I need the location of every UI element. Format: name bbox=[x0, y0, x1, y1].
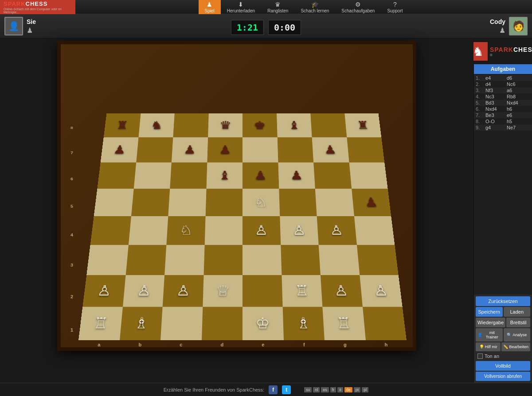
laden-button[interactable]: Laden bbox=[504, 307, 531, 317]
square-b2[interactable]: ♙ bbox=[123, 275, 165, 307]
twitter-button[interactable]: t bbox=[282, 385, 291, 394]
square-b1[interactable]: ♗ bbox=[120, 307, 163, 340]
square-d8[interactable]: ♛ bbox=[208, 113, 243, 137]
square-f2[interactable]: ♖ bbox=[282, 275, 322, 307]
mit-trainer-button[interactable]: 👤 mit Trainer bbox=[476, 328, 503, 342]
square-g1[interactable]: ♖ bbox=[322, 307, 365, 340]
move-white-1[interactable]: e4 bbox=[485, 75, 507, 81]
square-a6[interactable] bbox=[97, 163, 136, 189]
square-f3[interactable] bbox=[281, 245, 321, 275]
move-white-3[interactable]: Nf3 bbox=[485, 88, 507, 93]
piece-bishop-white-f1[interactable]: ♗ bbox=[296, 316, 310, 331]
piece-queen-black-d8[interactable]: ♛ bbox=[219, 120, 231, 131]
move-black-5[interactable]: Nxd4 bbox=[507, 100, 528, 105]
square-a2[interactable]: ♙ bbox=[82, 275, 125, 307]
square-a8[interactable]: ♜ bbox=[104, 113, 141, 137]
square-b5[interactable] bbox=[131, 189, 170, 216]
move-black-9[interactable]: Ne7 bbox=[507, 125, 528, 130]
square-h8[interactable]: ♜ bbox=[344, 113, 381, 137]
square-f5[interactable] bbox=[279, 189, 317, 216]
square-h2[interactable]: ♙ bbox=[360, 275, 403, 307]
piece-pawn-black-g7[interactable]: ♟ bbox=[324, 144, 336, 155]
nav-item-schachaufgaben[interactable]: ⚙ Schachaufgaben bbox=[335, 0, 381, 14]
square-c6[interactable] bbox=[170, 163, 207, 189]
square-e6[interactable]: ♟ bbox=[243, 163, 279, 189]
piece-king-black-e8[interactable]: ♚ bbox=[254, 120, 266, 131]
piece-pawn-black-e6[interactable]: ♟ bbox=[254, 170, 266, 182]
move-black-6[interactable]: h6 bbox=[507, 106, 528, 112]
piece-bishop-black-d6[interactable]: ♝ bbox=[218, 170, 231, 182]
square-c1[interactable] bbox=[160, 307, 203, 340]
square-c3[interactable] bbox=[164, 245, 204, 275]
lang-pt[interactable]: pt bbox=[354, 387, 361, 392]
piece-knight-white-c4[interactable]: ♘ bbox=[179, 224, 193, 237]
square-d6[interactable]: ♝ bbox=[206, 163, 243, 189]
square-g4[interactable]: ♙ bbox=[317, 216, 357, 245]
speichern-button[interactable]: Speichern bbox=[476, 307, 503, 317]
vollbild-button[interactable]: Vollbild bbox=[476, 361, 530, 371]
square-h4[interactable] bbox=[354, 216, 395, 245]
zuruecksetzen-button[interactable]: Zurücksetzen bbox=[476, 296, 530, 306]
piece-pawn-white-g4[interactable]: ♙ bbox=[329, 224, 344, 237]
piece-pawn-black-c7[interactable]: ♟ bbox=[184, 144, 196, 155]
square-f8[interactable]: ♝ bbox=[277, 113, 312, 137]
square-h1[interactable] bbox=[362, 307, 407, 340]
move-black-8[interactable]: h5 bbox=[507, 119, 528, 124]
nav-item-ranglisten[interactable]: ♛ Ranglisten bbox=[261, 0, 294, 14]
square-a4[interactable] bbox=[90, 216, 131, 245]
square-e1[interactable]: ♔ bbox=[243, 307, 284, 340]
square-g6[interactable] bbox=[313, 163, 352, 189]
move-black-1[interactable]: d6 bbox=[507, 75, 528, 81]
square-h3[interactable] bbox=[357, 245, 399, 275]
lang-it[interactable]: it bbox=[337, 387, 343, 392]
piece-pawn-white-e4[interactable]: ♙ bbox=[255, 224, 268, 237]
square-a7[interactable]: ♟ bbox=[101, 137, 138, 163]
logo-area[interactable]: SPARKCHESS Online-Schach mit dem Compute… bbox=[0, 0, 75, 14]
square-h6[interactable] bbox=[349, 163, 387, 189]
square-c2[interactable]: ♙ bbox=[163, 275, 203, 307]
square-c8[interactable] bbox=[173, 113, 208, 137]
square-b3[interactable] bbox=[125, 245, 166, 275]
lang-nl[interactable]: nl bbox=[313, 387, 320, 392]
piece-queen-white-d2[interactable]: ♕ bbox=[216, 283, 230, 298]
facebook-button[interactable]: f bbox=[269, 385, 278, 394]
piece-rook-white-f2[interactable]: ♖ bbox=[295, 283, 309, 298]
square-f1[interactable]: ♗ bbox=[282, 307, 325, 340]
piece-pawn-white-c2[interactable]: ♙ bbox=[176, 283, 190, 298]
square-b8[interactable]: ♞ bbox=[138, 113, 175, 137]
piece-pawn-white-b2[interactable]: ♙ bbox=[137, 283, 151, 298]
square-d5[interactable] bbox=[205, 189, 243, 216]
piece-rook-black-a8[interactable]: ♜ bbox=[116, 120, 129, 131]
square-g3[interactable] bbox=[319, 245, 360, 275]
nav-item-spiel[interactable]: ♟ Spiel bbox=[199, 0, 221, 14]
nav-item-schach-lernen[interactable]: 🎓 Schach lernen bbox=[294, 0, 335, 14]
square-e4[interactable]: ♙ bbox=[243, 216, 281, 245]
square-g8[interactable] bbox=[310, 113, 347, 137]
hilf-mir-button[interactable]: 💡 Hilf mir bbox=[476, 342, 501, 351]
square-d3[interactable] bbox=[203, 245, 243, 275]
vollversion-button[interactable]: Vollversion abrufen bbox=[476, 372, 530, 381]
lang-es[interactable]: es bbox=[321, 387, 329, 392]
square-c5[interactable] bbox=[168, 189, 206, 216]
piece-knight-black-b8[interactable]: ♞ bbox=[150, 120, 163, 131]
move-black-7[interactable]: e6 bbox=[507, 113, 528, 118]
square-f7[interactable] bbox=[277, 137, 313, 163]
piece-bishop-white-b1[interactable]: ♗ bbox=[133, 316, 149, 331]
square-c7[interactable]: ♟ bbox=[172, 137, 208, 163]
square-d4[interactable] bbox=[204, 216, 243, 245]
square-f4[interactable]: ♙ bbox=[280, 216, 319, 245]
piece-rook-white-a1[interactable]: ♖ bbox=[93, 316, 109, 331]
move-black-4[interactable]: Rb8 bbox=[507, 94, 528, 99]
square-c4[interactable]: ♘ bbox=[166, 216, 205, 245]
chess-board-container[interactable]: 8 7 6 5 4 3 2 1 ♜ ♞ ♛ ♚ bbox=[57, 41, 416, 351]
move-black-3[interactable]: a6 bbox=[507, 88, 528, 93]
move-white-7[interactable]: Be3 bbox=[485, 113, 507, 118]
piece-pawn-black-h5[interactable]: ♟ bbox=[364, 196, 378, 209]
move-white-8[interactable]: O-O bbox=[485, 119, 507, 124]
piece-king-white-e1[interactable]: ♔ bbox=[256, 316, 270, 331]
piece-rook-black-h8[interactable]: ♜ bbox=[356, 120, 369, 131]
move-black-2[interactable]: Nc6 bbox=[507, 82, 528, 87]
ton-toggle[interactable] bbox=[477, 353, 483, 359]
square-h5[interactable]: ♟ bbox=[352, 189, 391, 216]
wiedergabe-button[interactable]: Wiedergabe bbox=[476, 318, 505, 327]
